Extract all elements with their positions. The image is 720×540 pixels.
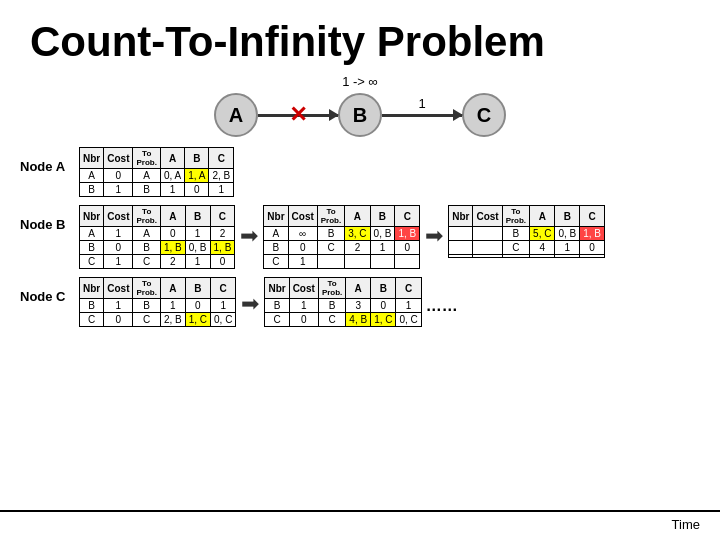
ellipsis-label: …… xyxy=(426,277,458,315)
node-b-table3: Nbr Cost ToProb. A B C B5, C0, B1, B C41… xyxy=(448,205,605,258)
page-title: Count-To-Infinity Problem xyxy=(0,0,720,74)
node-c-circle: C xyxy=(462,93,506,137)
col-a: A xyxy=(160,148,184,169)
node-c-tables: Nbr Cost ToProb. A B C B1B101 C0C2, B1, … xyxy=(79,277,422,327)
node-b-circle: B xyxy=(338,93,382,137)
table-row: A∞B3, C0, B1, B xyxy=(264,227,420,241)
col-nbr: Nbr xyxy=(80,148,104,169)
node-c-section: Node C Nbr Cost ToProb. A B C B1B101 xyxy=(20,277,700,327)
col-c: C xyxy=(209,148,234,169)
node-b-tables: Nbr Cost ToProb. A B C A1A012 B0B1, B0, … xyxy=(79,205,605,269)
arrow-label: 1 -> ∞ xyxy=(342,74,378,89)
node-b-label: Node B xyxy=(20,205,75,232)
node-a-tables: Nbr Cost ToProb. A B C A0A0, A1, A2, B B… xyxy=(79,147,234,197)
table-row: C1C210 xyxy=(80,255,235,269)
node-a-label: Node A xyxy=(20,147,75,174)
table-row xyxy=(449,255,605,258)
arrow-b-2: ➡ xyxy=(423,205,445,249)
node-a-section: Node A Nbr Cost ToProb. A B C A0A0, A1, … xyxy=(20,147,700,197)
node-a-circle: A xyxy=(214,93,258,137)
x-mark: ✕ xyxy=(289,104,307,126)
node-c-table2: Nbr Cost ToProb. A B C B1B301 C0C4, B1, … xyxy=(264,277,421,327)
arrow-b-1: ➡ xyxy=(238,205,260,249)
node-b-table1: Nbr Cost ToProb. A B C A1A012 B0B1, B0, … xyxy=(79,205,235,269)
node-a-table1: Nbr Cost ToProb. A B C A0A0, A1, A2, B B… xyxy=(79,147,234,197)
node-c-label: Node C xyxy=(20,277,75,304)
col-to: ToProb. xyxy=(133,148,160,169)
node-c-table1: Nbr Cost ToProb. A B C B1B101 C0C2, B1, … xyxy=(79,277,236,327)
node-b-section: Node B Nbr Cost ToProb. A B C A1A012 xyxy=(20,205,700,269)
arrow-c-1: ➡ xyxy=(239,277,261,317)
table-row: A1A012 xyxy=(80,227,235,241)
table-row: C0C2, B1, C0, C xyxy=(80,313,236,327)
col-b: B xyxy=(185,148,209,169)
dist-label: 1 xyxy=(418,96,425,111)
table-row: B0C210 xyxy=(264,241,420,255)
table-row: B0B1, B0, B1, B xyxy=(80,241,235,255)
node-b-table2: Nbr Cost ToProb. A B C A∞B3, C0, B1, B B… xyxy=(263,205,420,269)
table-row: C0C4, B1, C0, C xyxy=(265,313,421,327)
table-row: B1B301 xyxy=(265,299,421,313)
time-label: Time xyxy=(672,517,700,532)
table-row: A0A0, A1, A2, B xyxy=(80,169,234,183)
bottom-line xyxy=(0,510,720,512)
table-row: B5, C0, B1, B xyxy=(449,227,605,241)
table-row: C1 xyxy=(264,255,420,269)
table-row: B1B101 xyxy=(80,299,236,313)
table-row: B1B101 xyxy=(80,183,234,197)
table-row: C410 xyxy=(449,241,605,255)
col-cost: Cost xyxy=(104,148,133,169)
